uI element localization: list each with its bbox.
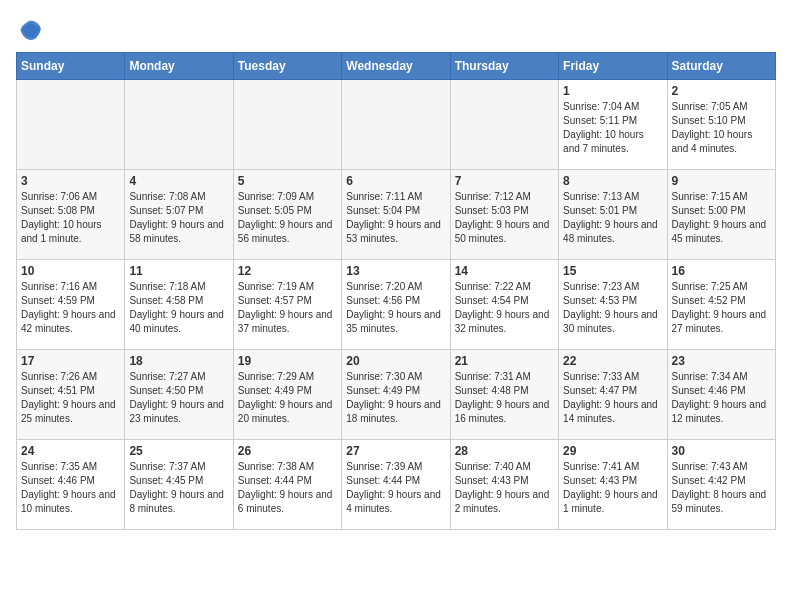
day-number: 6: [346, 174, 445, 188]
day-info: Sunrise: 7:35 AM Sunset: 4:46 PM Dayligh…: [21, 460, 120, 516]
day-number: 7: [455, 174, 554, 188]
calendar-cell: 21Sunrise: 7:31 AM Sunset: 4:48 PM Dayli…: [450, 350, 558, 440]
day-number: 14: [455, 264, 554, 278]
calendar-cell: 1Sunrise: 7:04 AM Sunset: 5:11 PM Daylig…: [559, 80, 667, 170]
day-number: 29: [563, 444, 662, 458]
day-number: 27: [346, 444, 445, 458]
calendar-cell: 9Sunrise: 7:15 AM Sunset: 5:00 PM Daylig…: [667, 170, 775, 260]
day-info: Sunrise: 7:31 AM Sunset: 4:48 PM Dayligh…: [455, 370, 554, 426]
calendar-cell: [125, 80, 233, 170]
day-info: Sunrise: 7:33 AM Sunset: 4:47 PM Dayligh…: [563, 370, 662, 426]
day-info: Sunrise: 7:19 AM Sunset: 4:57 PM Dayligh…: [238, 280, 337, 336]
day-number: 9: [672, 174, 771, 188]
day-number: 16: [672, 264, 771, 278]
calendar-cell: 12Sunrise: 7:19 AM Sunset: 4:57 PM Dayli…: [233, 260, 341, 350]
weekday-header: Friday: [559, 53, 667, 80]
day-info: Sunrise: 7:04 AM Sunset: 5:11 PM Dayligh…: [563, 100, 662, 156]
calendar-table: SundayMondayTuesdayWednesdayThursdayFrid…: [16, 52, 776, 530]
calendar-cell: [342, 80, 450, 170]
calendar-cell: 23Sunrise: 7:34 AM Sunset: 4:46 PM Dayli…: [667, 350, 775, 440]
calendar-cell: 15Sunrise: 7:23 AM Sunset: 4:53 PM Dayli…: [559, 260, 667, 350]
logo: [16, 16, 48, 44]
weekday-header: Tuesday: [233, 53, 341, 80]
calendar-cell: [233, 80, 341, 170]
day-number: 20: [346, 354, 445, 368]
calendar-cell: 7Sunrise: 7:12 AM Sunset: 5:03 PM Daylig…: [450, 170, 558, 260]
calendar-cell: 5Sunrise: 7:09 AM Sunset: 5:05 PM Daylig…: [233, 170, 341, 260]
calendar-cell: 16Sunrise: 7:25 AM Sunset: 4:52 PM Dayli…: [667, 260, 775, 350]
calendar-cell: 27Sunrise: 7:39 AM Sunset: 4:44 PM Dayli…: [342, 440, 450, 530]
day-info: Sunrise: 7:13 AM Sunset: 5:01 PM Dayligh…: [563, 190, 662, 246]
day-info: Sunrise: 7:40 AM Sunset: 4:43 PM Dayligh…: [455, 460, 554, 516]
day-number: 24: [21, 444, 120, 458]
day-info: Sunrise: 7:23 AM Sunset: 4:53 PM Dayligh…: [563, 280, 662, 336]
day-info: Sunrise: 7:15 AM Sunset: 5:00 PM Dayligh…: [672, 190, 771, 246]
day-number: 3: [21, 174, 120, 188]
weekday-header: Thursday: [450, 53, 558, 80]
page-header: [16, 16, 776, 44]
calendar-cell: 4Sunrise: 7:08 AM Sunset: 5:07 PM Daylig…: [125, 170, 233, 260]
day-info: Sunrise: 7:41 AM Sunset: 4:43 PM Dayligh…: [563, 460, 662, 516]
weekday-header: Monday: [125, 53, 233, 80]
calendar-cell: 6Sunrise: 7:11 AM Sunset: 5:04 PM Daylig…: [342, 170, 450, 260]
day-info: Sunrise: 7:09 AM Sunset: 5:05 PM Dayligh…: [238, 190, 337, 246]
calendar-week-row: 3Sunrise: 7:06 AM Sunset: 5:08 PM Daylig…: [17, 170, 776, 260]
day-number: 13: [346, 264, 445, 278]
calendar-cell: 13Sunrise: 7:20 AM Sunset: 4:56 PM Dayli…: [342, 260, 450, 350]
day-number: 21: [455, 354, 554, 368]
calendar-cell: 19Sunrise: 7:29 AM Sunset: 4:49 PM Dayli…: [233, 350, 341, 440]
calendar-cell: 17Sunrise: 7:26 AM Sunset: 4:51 PM Dayli…: [17, 350, 125, 440]
day-info: Sunrise: 7:26 AM Sunset: 4:51 PM Dayligh…: [21, 370, 120, 426]
weekday-header: Saturday: [667, 53, 775, 80]
calendar-cell: 18Sunrise: 7:27 AM Sunset: 4:50 PM Dayli…: [125, 350, 233, 440]
day-number: 5: [238, 174, 337, 188]
day-number: 25: [129, 444, 228, 458]
day-number: 17: [21, 354, 120, 368]
day-number: 22: [563, 354, 662, 368]
day-info: Sunrise: 7:11 AM Sunset: 5:04 PM Dayligh…: [346, 190, 445, 246]
day-info: Sunrise: 7:27 AM Sunset: 4:50 PM Dayligh…: [129, 370, 228, 426]
calendar-cell: 10Sunrise: 7:16 AM Sunset: 4:59 PM Dayli…: [17, 260, 125, 350]
calendar-cell: 3Sunrise: 7:06 AM Sunset: 5:08 PM Daylig…: [17, 170, 125, 260]
calendar-cell: [17, 80, 125, 170]
day-info: Sunrise: 7:16 AM Sunset: 4:59 PM Dayligh…: [21, 280, 120, 336]
day-number: 10: [21, 264, 120, 278]
day-info: Sunrise: 7:05 AM Sunset: 5:10 PM Dayligh…: [672, 100, 771, 156]
day-info: Sunrise: 7:29 AM Sunset: 4:49 PM Dayligh…: [238, 370, 337, 426]
calendar-cell: 25Sunrise: 7:37 AM Sunset: 4:45 PM Dayli…: [125, 440, 233, 530]
calendar-cell: 11Sunrise: 7:18 AM Sunset: 4:58 PM Dayli…: [125, 260, 233, 350]
day-info: Sunrise: 7:12 AM Sunset: 5:03 PM Dayligh…: [455, 190, 554, 246]
day-number: 4: [129, 174, 228, 188]
day-info: Sunrise: 7:43 AM Sunset: 4:42 PM Dayligh…: [672, 460, 771, 516]
day-number: 28: [455, 444, 554, 458]
day-number: 1: [563, 84, 662, 98]
day-info: Sunrise: 7:20 AM Sunset: 4:56 PM Dayligh…: [346, 280, 445, 336]
calendar-week-row: 1Sunrise: 7:04 AM Sunset: 5:11 PM Daylig…: [17, 80, 776, 170]
day-info: Sunrise: 7:22 AM Sunset: 4:54 PM Dayligh…: [455, 280, 554, 336]
weekday-header: Sunday: [17, 53, 125, 80]
day-info: Sunrise: 7:39 AM Sunset: 4:44 PM Dayligh…: [346, 460, 445, 516]
day-number: 12: [238, 264, 337, 278]
day-info: Sunrise: 7:25 AM Sunset: 4:52 PM Dayligh…: [672, 280, 771, 336]
calendar-week-row: 17Sunrise: 7:26 AM Sunset: 4:51 PM Dayli…: [17, 350, 776, 440]
day-number: 26: [238, 444, 337, 458]
day-info: Sunrise: 7:30 AM Sunset: 4:49 PM Dayligh…: [346, 370, 445, 426]
day-number: 15: [563, 264, 662, 278]
day-info: Sunrise: 7:08 AM Sunset: 5:07 PM Dayligh…: [129, 190, 228, 246]
day-info: Sunrise: 7:34 AM Sunset: 4:46 PM Dayligh…: [672, 370, 771, 426]
day-number: 18: [129, 354, 228, 368]
day-number: 8: [563, 174, 662, 188]
day-number: 2: [672, 84, 771, 98]
calendar-cell: [450, 80, 558, 170]
calendar-cell: 20Sunrise: 7:30 AM Sunset: 4:49 PM Dayli…: [342, 350, 450, 440]
calendar-cell: 2Sunrise: 7:05 AM Sunset: 5:10 PM Daylig…: [667, 80, 775, 170]
calendar-cell: 26Sunrise: 7:38 AM Sunset: 4:44 PM Dayli…: [233, 440, 341, 530]
calendar-week-row: 10Sunrise: 7:16 AM Sunset: 4:59 PM Dayli…: [17, 260, 776, 350]
day-info: Sunrise: 7:18 AM Sunset: 4:58 PM Dayligh…: [129, 280, 228, 336]
weekday-header: Wednesday: [342, 53, 450, 80]
calendar-cell: 22Sunrise: 7:33 AM Sunset: 4:47 PM Dayli…: [559, 350, 667, 440]
calendar-cell: 8Sunrise: 7:13 AM Sunset: 5:01 PM Daylig…: [559, 170, 667, 260]
calendar-week-row: 24Sunrise: 7:35 AM Sunset: 4:46 PM Dayli…: [17, 440, 776, 530]
day-info: Sunrise: 7:06 AM Sunset: 5:08 PM Dayligh…: [21, 190, 120, 246]
day-number: 11: [129, 264, 228, 278]
